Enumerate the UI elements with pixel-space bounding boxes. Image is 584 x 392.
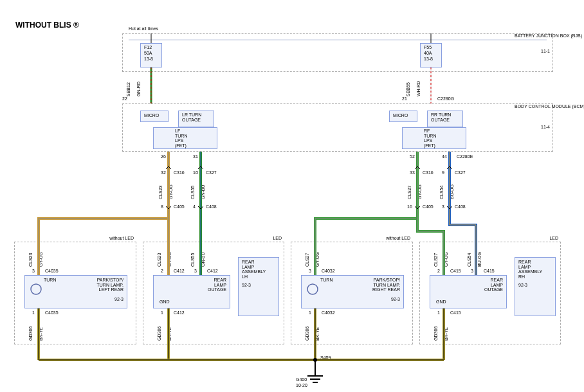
svg-point-17 [31, 284, 41, 294]
wiring-svg [0, 0, 584, 392]
svg-point-18 [307, 284, 318, 294]
